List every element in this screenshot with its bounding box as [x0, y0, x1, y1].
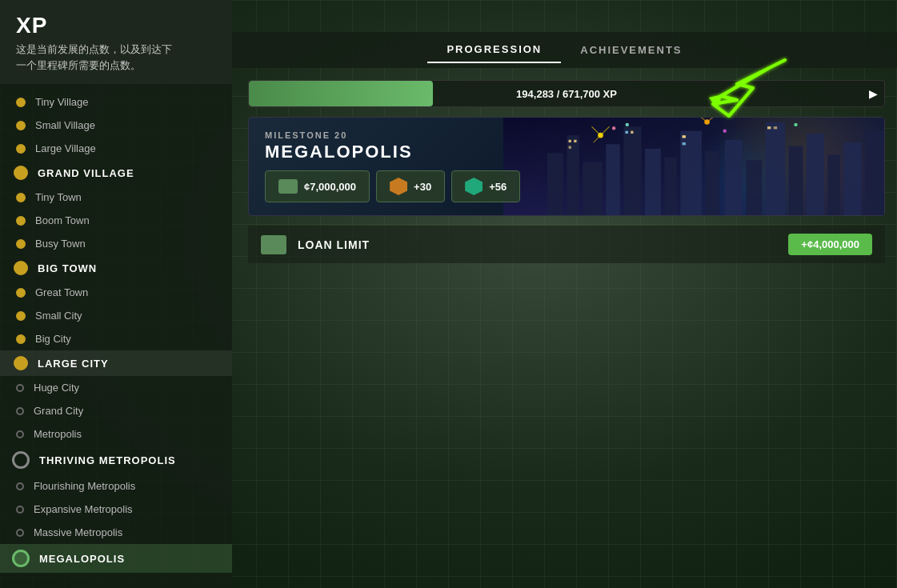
reward-orange-value: +30 — [414, 181, 431, 193]
list-item-thriving-metropolis[interactable]: THRIVING METROPOLIS — [0, 446, 232, 474]
list-item-great-town[interactable]: Great Town — [0, 281, 232, 304]
dot-large-city — [14, 356, 28, 370]
svg-rect-3 — [583, 162, 602, 215]
svg-rect-15 — [827, 155, 840, 215]
milestone-name: MEGALOPOLIS — [265, 142, 520, 162]
dot-huge-city — [16, 384, 24, 392]
svg-rect-16 — [843, 142, 861, 215]
item-label-big-city: Big City — [35, 333, 71, 345]
svg-rect-11 — [746, 160, 762, 215]
svg-line-35 — [593, 135, 600, 142]
reward-teal-hex-btn[interactable]: +56 — [451, 170, 520, 202]
tab-progression[interactable]: PROGRESSION — [427, 37, 561, 63]
dot-megalopolis — [12, 550, 30, 567]
svg-rect-4 — [606, 144, 620, 215]
orange-hex-icon — [390, 178, 407, 195]
item-label-small-village: Small Village — [35, 119, 95, 131]
fireworks-bg — [503, 118, 884, 215]
loan-limit-row: LOAN LIMIT +¢4,000,000 — [248, 226, 885, 263]
item-label-big-town: BIG TOWN — [38, 262, 97, 274]
svg-rect-21 — [625, 131, 627, 134]
list-item-big-city[interactable]: Big City — [0, 327, 232, 350]
svg-rect-19 — [574, 140, 576, 142]
tab-achievements[interactable]: ACHIEVEMENTS — [561, 38, 701, 62]
item-label-tiny-village: Tiny Village — [35, 96, 88, 108]
list-item-grand-city[interactable]: Grand City — [0, 399, 232, 422]
item-label-thriving-metropolis: THRIVING METROPOLIS — [39, 454, 176, 466]
list-item-tiny-village[interactable]: Tiny Village — [0, 90, 232, 114]
list-item-megalopolis[interactable]: MEGALOPOLIS — [0, 544, 232, 573]
item-label-massive-metropolis: Massive Metropolis — [34, 526, 122, 538]
dot-grand-village — [14, 166, 28, 180]
reward-money-value: ¢7,000,000 — [304, 181, 356, 193]
money-icon — [278, 179, 298, 194]
milestone-info: MILESTONE 20 MEGALOPOLIS ¢7,000,000 +30 — [265, 130, 520, 202]
dot-tiny-town — [16, 193, 26, 202]
svg-rect-20 — [568, 146, 571, 148]
list-item-grand-village[interactable]: GRAND VILLAGE — [0, 160, 232, 186]
list-item-large-city[interactable]: LARGE CITY — [0, 350, 232, 376]
item-label-huge-city: Huge City — [34, 382, 79, 394]
item-label-grand-village: GRAND VILLAGE — [38, 167, 134, 179]
list-item-boom-town[interactable]: Boom Town — [0, 209, 232, 232]
loan-label: LOAN LIMIT — [298, 238, 777, 251]
xp-header[interactable]: XP 这是当前发展的点数，以及到达下一个里程碑所需要的点数。 — [0, 0, 232, 84]
svg-line-33 — [591, 126, 600, 135]
item-label-flourishing-metropolis: Flourishing Metropolis — [34, 480, 135, 492]
svg-rect-18 — [568, 140, 571, 142]
item-label-large-village: Large Village — [35, 142, 96, 154]
list-item-tiny-town[interactable]: Tiny Town — [0, 186, 232, 209]
list-item-huge-city[interactable]: Huge City — [0, 376, 232, 399]
svg-rect-5 — [623, 126, 641, 215]
dot-boom-town — [16, 216, 26, 226]
svg-rect-14 — [806, 134, 823, 215]
svg-rect-23 — [682, 135, 685, 138]
item-label-tiny-town: Tiny Town — [35, 191, 82, 203]
list-item-big-town[interactable]: BIG TOWN — [0, 255, 232, 281]
svg-point-31 — [723, 129, 726, 132]
list-item-flourishing-metropolis[interactable]: Flourishing Metropolis — [0, 474, 232, 498]
reward-teal-value: +56 — [489, 181, 507, 193]
xp-subtitle: 这是当前发展的点数，以及到达下一个里程碑所需要的点数。 — [16, 42, 176, 73]
list-item-metropolis[interactable]: Metropolis — [0, 422, 232, 446]
main-content: 194,283 / 671,700 XP ▶ — [236, 68, 897, 588]
loan-value-button[interactable]: +¢4,000,000 — [788, 234, 872, 255]
svg-rect-9 — [705, 151, 719, 215]
list-item-massive-metropolis[interactable]: Massive Metropolis — [0, 521, 232, 544]
milestone-rewards: ¢7,000,000 +30 +56 — [265, 170, 520, 202]
dot-grand-city — [16, 407, 24, 415]
dot-busy-town — [16, 239, 26, 249]
list-item-large-village[interactable]: Large Village — [0, 137, 232, 160]
reward-money-btn[interactable]: ¢7,000,000 — [265, 170, 370, 202]
item-label-small-city: Small City — [35, 310, 82, 322]
svg-rect-7 — [664, 158, 677, 215]
svg-rect-13 — [788, 146, 803, 215]
list-item-expansive-metropolis[interactable]: Expansive Metropolis — [0, 498, 232, 521]
milestone-list: Tiny Village Small Village Large Village… — [0, 84, 232, 579]
reward-orange-hex-btn[interactable]: +30 — [376, 170, 445, 202]
svg-line-34 — [600, 126, 609, 135]
item-label-great-town: Great Town — [35, 286, 88, 298]
dot-great-town — [16, 288, 26, 298]
list-item-busy-town[interactable]: Busy Town — [0, 232, 232, 255]
item-label-large-city: LARGE CITY — [38, 358, 109, 370]
dot-small-city — [16, 311, 26, 321]
svg-rect-10 — [724, 140, 742, 215]
dot-big-town — [14, 261, 28, 275]
item-label-metropolis: Metropolis — [34, 428, 82, 440]
dot-thriving-metropolis — [12, 451, 30, 469]
item-label-megalopolis: MEGALOPOLIS — [39, 553, 125, 565]
svg-rect-22 — [631, 131, 633, 134]
list-item-small-village[interactable]: Small Village — [0, 114, 232, 137]
xp-title: XP — [16, 13, 216, 38]
arrow-annotation — [689, 48, 801, 128]
svg-rect-24 — [682, 142, 685, 145]
dot-big-city — [16, 334, 26, 344]
dot-metropolis — [16, 430, 24, 438]
dot-small-village — [16, 121, 26, 130]
list-item-small-city[interactable]: Small City — [0, 304, 232, 327]
dot-large-village — [16, 144, 26, 154]
dot-massive-metropolis — [16, 529, 24, 537]
item-label-boom-town: Boom Town — [35, 214, 90, 226]
loan-icon — [261, 235, 286, 254]
